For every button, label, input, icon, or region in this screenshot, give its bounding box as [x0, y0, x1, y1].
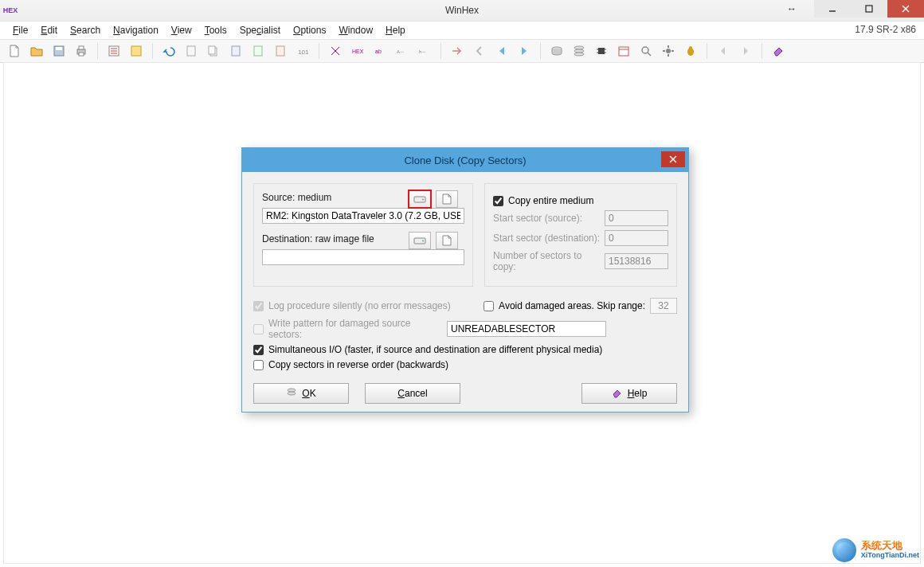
svg-point-26 — [574, 46, 584, 49]
svg-rect-29 — [598, 48, 605, 54]
ok-button[interactable]: OK — [253, 383, 349, 404]
disk-icon[interactable] — [547, 41, 566, 61]
disk-stack-icon[interactable] — [570, 41, 589, 61]
start-dest-label: Start sector (destination): — [493, 233, 600, 244]
destination-file-button[interactable] — [436, 232, 458, 249]
paste-icon[interactable] — [249, 41, 268, 61]
menu-file[interactable]: Filedocument.currentScript.previousEleme… — [6, 23, 34, 37]
svg-rect-8 — [79, 53, 84, 56]
num-sectors-input — [605, 253, 668, 269]
source-disk-button[interactable] — [409, 190, 431, 208]
menu-options[interactable]: Options — [287, 23, 332, 37]
ok-label-rest: K — [310, 388, 316, 399]
goto-icon[interactable] — [448, 41, 467, 61]
svg-line-37 — [648, 53, 651, 56]
source-input[interactable] — [262, 208, 464, 224]
open-file-icon[interactable] — [27, 41, 46, 61]
close-button[interactable] — [887, 0, 924, 18]
svg-rect-18 — [254, 46, 262, 56]
version-label: 17.9 SR-2 x86 — [855, 24, 916, 35]
copy-entire-checkbox[interactable] — [493, 196, 503, 206]
replace-hex-icon[interactable]: A↔ — [393, 41, 412, 61]
new-file-icon[interactable] — [5, 41, 24, 61]
maximize-button[interactable] — [851, 0, 887, 18]
avoid-checkbox[interactable] — [484, 301, 494, 311]
dialog-title: Clone Disk (Copy Sectors) — [404, 154, 526, 166]
source-file-button[interactable] — [436, 190, 458, 208]
binary-icon[interactable]: 101 — [293, 41, 312, 61]
svg-text:h↔: h↔ — [419, 49, 426, 54]
simultaneous-io-checkbox[interactable] — [253, 345, 264, 355]
menu-navigation[interactable]: Navigation — [107, 23, 165, 37]
paste-special-icon[interactable] — [271, 41, 290, 61]
menu-edit[interactable]: Edit — [34, 23, 64, 37]
menu-tools[interactable]: Tools — [198, 23, 233, 37]
gear-icon[interactable] — [659, 41, 678, 61]
calendar-icon[interactable] — [614, 41, 633, 61]
log-label: Log procedure silently (no error message… — [268, 300, 451, 311]
chip-icon[interactable] — [592, 41, 611, 61]
svg-point-48 — [422, 199, 424, 201]
start-dest-input — [605, 230, 668, 246]
options-group: Log procedure silently (no error message… — [253, 298, 677, 370]
cut-icon[interactable] — [182, 41, 201, 61]
clipboard-icon[interactable] — [226, 41, 245, 61]
reverse-checkbox[interactable] — [253, 360, 264, 370]
save-icon[interactable] — [49, 41, 69, 61]
watermark: 系统天地 XiTongTianDi.net — [832, 538, 919, 562]
destination-input[interactable] — [262, 249, 464, 265]
svg-point-27 — [574, 49, 584, 53]
menu-specialist[interactable]: Specialist — [233, 23, 287, 37]
find-hex-icon[interactable]: HEX — [348, 41, 367, 61]
help-button[interactable]: Help — [581, 383, 677, 404]
menu-window[interactable]: Window — [332, 23, 379, 37]
destination-disk-button[interactable] — [409, 232, 431, 249]
menubar: Filedocument.currentScript.previousEleme… — [0, 22, 924, 40]
bug-icon[interactable] — [681, 41, 700, 61]
toolbar-separator — [707, 43, 707, 59]
log-checkbox — [253, 301, 264, 311]
toolbar-separator — [762, 43, 762, 59]
next-icon[interactable] — [736, 41, 755, 61]
back-small-icon[interactable] — [470, 41, 489, 61]
svg-point-36 — [642, 47, 648, 53]
eraser-icon[interactable] — [769, 41, 788, 61]
back-icon[interactable] — [492, 41, 511, 61]
window-title: WinHex — [0, 5, 924, 16]
simultaneous-io-label: Simultaneous I/O (faster, if source and … — [268, 344, 602, 355]
svg-text:HEX: HEX — [352, 49, 364, 54]
replace-text-icon[interactable]: h↔ — [415, 41, 434, 61]
undo-icon[interactable] — [159, 41, 178, 61]
toolbar-separator — [540, 43, 541, 59]
magnifier-icon[interactable] — [636, 41, 656, 61]
cancel-button[interactable]: Cancel — [365, 383, 460, 404]
menu-help[interactable]: Help — [379, 23, 412, 37]
clone-disk-dialog: Clone Disk (Copy Sectors) Source: medium — [241, 147, 689, 413]
menu-view[interactable]: View — [165, 23, 198, 37]
svg-rect-17 — [232, 46, 240, 56]
globe-icon — [832, 538, 856, 562]
properties-icon[interactable] — [104, 41, 123, 61]
pattern-input[interactable] — [447, 321, 606, 337]
copy-icon[interactable] — [204, 41, 223, 61]
prev-icon[interactable] — [714, 41, 733, 61]
folder-tree-icon[interactable] — [127, 41, 146, 61]
find-text-icon[interactable]: ab — [370, 41, 390, 61]
disk-stack-icon — [286, 387, 297, 401]
dialog-close-button[interactable] — [661, 151, 685, 167]
minimize-button[interactable] — [814, 0, 851, 18]
dialog-titlebar[interactable]: Clone Disk (Copy Sectors) — [242, 148, 688, 172]
forward-icon[interactable] — [515, 41, 534, 61]
pattern-label: Write pattern for damaged source sectors… — [268, 318, 442, 340]
find-icon[interactable] — [326, 41, 345, 61]
menu-search[interactable]: Search — [64, 23, 107, 37]
toolbar-separator — [97, 43, 98, 59]
resize-handle-icon[interactable]: ↔ — [787, 3, 797, 14]
svg-rect-19 — [276, 46, 284, 56]
window-controls — [814, 0, 924, 18]
svg-rect-13 — [131, 46, 141, 56]
dialog-buttons: OK Cancel Help — [253, 383, 677, 404]
print-icon[interactable] — [72, 41, 91, 61]
start-source-input — [605, 210, 668, 226]
svg-point-38 — [666, 49, 671, 53]
